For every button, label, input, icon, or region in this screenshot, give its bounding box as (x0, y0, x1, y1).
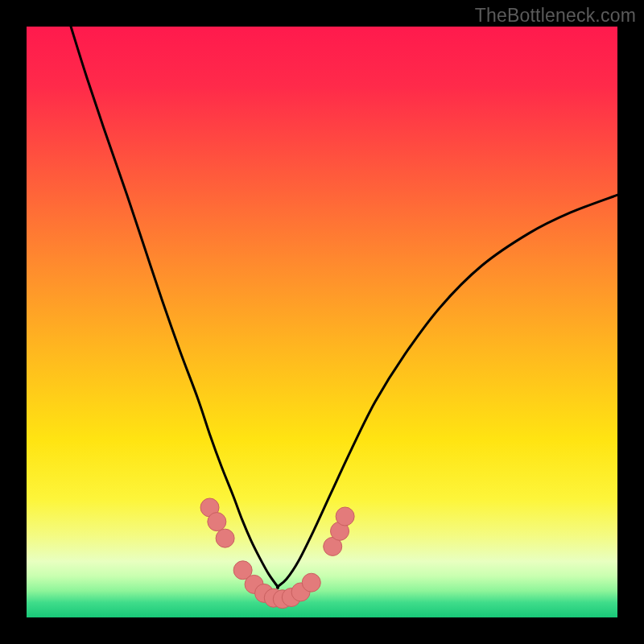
data-marker (302, 573, 320, 592)
bottleneck-chart (0, 0, 644, 644)
chart-frame: TheBottleneck.com (0, 0, 644, 644)
watermark-text: TheBottleneck.com (475, 5, 636, 27)
gradient-background (27, 27, 617, 617)
data-marker (336, 507, 354, 526)
data-marker (216, 529, 234, 547)
data-marker (208, 513, 226, 531)
